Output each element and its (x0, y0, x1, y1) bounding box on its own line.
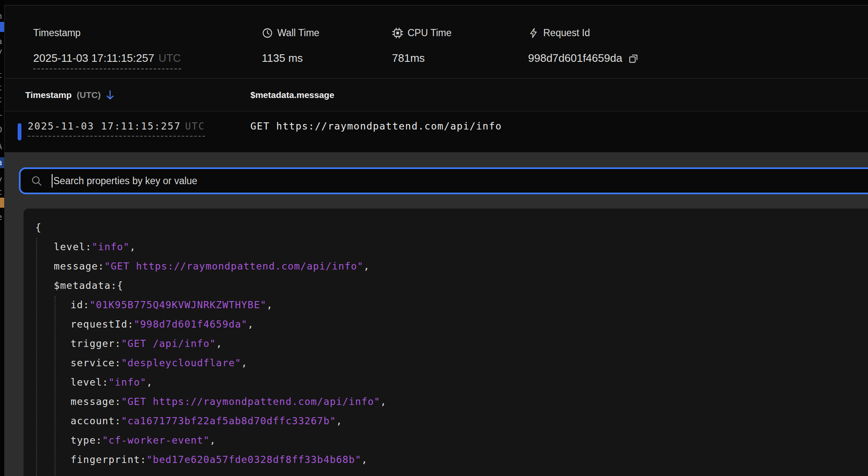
indent-guide-level-2 (55, 296, 55, 476)
json-punctuation: , (336, 415, 342, 426)
clipped-log-list-fragment: a (0, 36, 4, 47)
json-value: "GET /api/info" (121, 338, 216, 349)
json-key: message (54, 261, 98, 272)
row-timestamp[interactable]: 2025-11-03 17:11:15:257UTC (28, 121, 205, 132)
json-punctuation: , (363, 261, 370, 272)
json-punctuation: : (115, 415, 121, 426)
log-table-header: Timestamp (UTC) $metadata.message (5, 79, 868, 111)
json-value: "despleycloudflare" (121, 357, 241, 368)
wall-time-label: Wall Time (277, 27, 319, 39)
json-key: message (71, 396, 115, 407)
json-value: "bed17e620a57fde0328df8ff33b4b68b" (147, 454, 362, 465)
selected-row-accent-bar (18, 123, 21, 140)
json-line: level:"info", (24, 237, 868, 257)
timestamp-utc-suffix: UTC (158, 52, 181, 64)
json-punctuation: : (115, 338, 121, 349)
json-viewer-panel: {level:"info",message:"GET https://raymo… (24, 209, 868, 476)
json-punctuation: , (361, 454, 368, 465)
indent-guide-level-1 (36, 238, 37, 476)
request-id-label: Request Id (543, 27, 590, 39)
json-value: "cf-worker-event" (102, 435, 210, 446)
json-value: "info" (108, 377, 146, 388)
clipped-log-list-fragment: a (0, 157, 4, 168)
json-punctuation: : (98, 261, 104, 272)
wall-time-value: 1135 ms (262, 52, 303, 65)
timestamp-column-label: Timestamp (25, 90, 72, 100)
json-punctuation: , (147, 377, 153, 388)
json-punctuation: { (35, 222, 42, 233)
json-line: level:"info", (24, 373, 868, 392)
log-metadata-bar: Timestamp 2025-11-03 17:11:15:257UTC Wal… (5, 5, 868, 79)
json-value: "GET https://raymondpattend.com/api/info… (121, 396, 380, 407)
clipped-log-list-fragment (0, 198, 4, 208)
json-value: "01K95B775Q49KVWJNRKZWTHYBE" (89, 299, 266, 310)
json-punctuation: : (83, 299, 89, 310)
log-detail-drawer: Timestamp 2025-11-03 17:11:15:257UTC Wal… (4, 5, 868, 476)
json-key: trigger (71, 338, 115, 349)
json-line: service:"despleycloudflare", (24, 353, 868, 373)
clipped-log-list-fragment: t (0, 94, 4, 105)
timestamp-column-unit: (UTC) (77, 90, 101, 100)
json-punctuation: : (115, 396, 121, 407)
json-punctuation: : (115, 357, 121, 368)
background-log-list-edge: naytttLOAayce (0, 0, 4, 476)
clipped-log-list-fragment: L (0, 108, 4, 119)
row-timestamp-utc-suffix: UTC (185, 121, 205, 132)
timestamp-value[interactable]: 2025-11-03 17:11:15:257UTC (33, 52, 181, 69)
json-code: {level:"info",message:"GET https://raymo… (24, 218, 868, 469)
json-punctuation: : (140, 454, 147, 465)
sort-desc-arrow-icon (105, 89, 115, 101)
json-line: $metadata:{ (24, 276, 868, 295)
json-key: $metadata (54, 280, 110, 291)
search-input[interactable] (53, 175, 868, 187)
clipped-log-list-fragment (0, 22, 4, 32)
json-line: fingerprint:"bed17e620a57fde0328df8ff33b… (24, 450, 868, 469)
search-icon (31, 175, 42, 187)
log-row[interactable]: 2025-11-03 17:11:15:257UTC GET https://r… (5, 111, 868, 152)
json-key: id (71, 299, 83, 310)
cpu-icon (392, 27, 403, 39)
timestamp-text: 2025-11-03 17:11:15:257 (33, 52, 154, 64)
metadata-message-column-label: $metadata.message (250, 90, 334, 100)
properties-search-box[interactable] (19, 167, 868, 194)
json-line: requestId:"998d7d601f4659da", (24, 315, 868, 334)
json-punctuation: : (96, 435, 102, 446)
json-line: type:"cf-worker-event", (24, 431, 868, 450)
json-value: "info" (92, 241, 129, 252)
json-punctuation: , (247, 319, 254, 330)
bolt-icon (528, 27, 539, 39)
clipped-log-list-fragment: y (0, 46, 4, 57)
clipped-log-list-fragment: t (0, 82, 4, 93)
column-header-timestamp[interactable]: Timestamp (UTC) (25, 79, 115, 111)
cpu-time-value: 781ms (392, 52, 425, 65)
log-explorer-screen: naytttLOAayce Timestamp 2025-11-03 17:11… (0, 0, 868, 476)
clipped-log-list-fragment: A (0, 141, 4, 152)
json-punctuation: , (216, 338, 222, 349)
row-message: GET https://raymondpattend.com/api/info (250, 121, 502, 132)
json-key: account (71, 415, 115, 426)
json-punctuation: , (130, 241, 136, 252)
json-key: type (71, 435, 96, 446)
json-line: id:"01K95B775Q49KVWJNRKZWTHYBE", (24, 295, 868, 315)
json-punctuation: , (241, 357, 247, 368)
row-timestamp-text: 2025-11-03 17:11:15:257 (28, 121, 181, 132)
column-header-metadata-message[interactable]: $metadata.message (250, 79, 334, 111)
json-punctuation: , (267, 299, 273, 310)
json-line: account:"ca1671773bf22af5ab8d70dffc33267… (24, 411, 868, 431)
json-punctuation: , (380, 396, 387, 407)
json-line: trigger:"GET /api/info", (24, 334, 868, 353)
properties-section: {level:"info",message:"GET https://raymo… (5, 152, 868, 476)
clipped-log-list-fragment: O (0, 124, 4, 135)
json-punctuation: : (127, 319, 134, 330)
json-punctuation: : (85, 241, 92, 252)
json-line: message:"GET https://raymondpattend.com/… (24, 257, 868, 276)
clipped-log-list-fragment: e (0, 212, 4, 223)
json-line: { (24, 218, 868, 237)
request-id-value: 998d7d601f4659da (528, 52, 622, 65)
json-key: fingerprint (71, 454, 140, 465)
json-value: "GET https://raymondpattend.com/api/info… (104, 261, 363, 272)
clipped-log-list-fragment: t (0, 70, 4, 81)
clipped-log-list-fragment: y (0, 174, 4, 185)
copy-icon[interactable] (628, 53, 639, 64)
json-punctuation: , (210, 435, 216, 446)
